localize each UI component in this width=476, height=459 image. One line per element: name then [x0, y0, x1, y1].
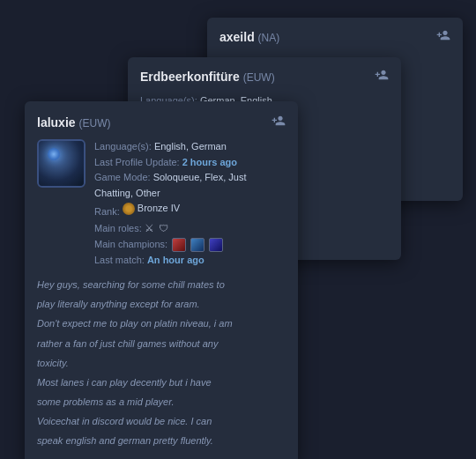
- card-header-laluxie: laluxie (EUW): [37, 114, 286, 130]
- username-erdbeer: Erdbeerkonfitüre (EUW): [140, 70, 275, 84]
- bio-line-2: play literally anything except for aram.: [37, 296, 286, 312]
- bio-line-8: Voicechat in discord would be nice. I ca…: [37, 413, 286, 429]
- card-laluxie: laluxie (EUW) Language(s): English, Germ…: [25, 101, 298, 459]
- add-friend-icon-laluxie: [271, 114, 286, 128]
- laluxie-profile-row: Language(s): English, German Last Profil…: [37, 139, 286, 268]
- laluxie-roles-row: Main roles: ⚔ 🛡: [94, 220, 286, 237]
- add-friend-button-laluxie[interactable]: [271, 114, 286, 130]
- bio-line-6: Most lanes i can play decently but i hav…: [37, 374, 286, 390]
- username-laluxie: laluxie (EUW): [37, 115, 110, 130]
- laluxie-champs-row: Main champions:: [94, 237, 286, 253]
- bio-line-4: rather a fan of just chill games without…: [37, 336, 286, 352]
- add-friend-icon-erdbeer: [375, 68, 389, 82]
- laluxie-bio: Hey guys, searching for some chill mates…: [37, 277, 286, 448]
- bio-line-3: Don't expect me to play on platin niveau…: [37, 315, 286, 331]
- role-icon-shield: 🛡: [159, 223, 168, 233]
- bio-line-9: speak english and german pretty fluently…: [37, 433, 286, 448]
- champ-icon-2: [190, 238, 205, 252]
- bio-line-5: toxicity.: [37, 355, 286, 371]
- role-icon-sword: ⚔: [145, 222, 154, 234]
- bio-line-7: some problems as a mid player.: [37, 394, 286, 410]
- card-header-axeild: axeild (NA): [219, 28, 450, 45]
- laluxie-profile-details: Language(s): English, German Last Profil…: [94, 139, 286, 268]
- champ-icon-1: [172, 238, 186, 252]
- username-axeild: axeild (NA): [219, 30, 279, 44]
- laluxie-avatar: [37, 139, 86, 188]
- bio-line-1: Hey guys, searching for some chill mates…: [37, 277, 286, 292]
- laluxie-last-match-row: Last match: An hour ago: [94, 253, 286, 269]
- rank-icon: [123, 203, 135, 215]
- add-friend-button-erdbeer[interactable]: [375, 68, 389, 85]
- laluxie-rank-row: Rank: Bronze IV: [94, 201, 286, 219]
- add-friend-icon-axeild: [436, 28, 450, 42]
- add-friend-button-axeild[interactable]: [436, 28, 450, 45]
- card-header-erdbeer: Erdbeerkonfitüre (EUW): [140, 68, 389, 85]
- rank-badge: Bronze IV: [123, 201, 180, 217]
- champ-icon-3: [209, 238, 223, 252]
